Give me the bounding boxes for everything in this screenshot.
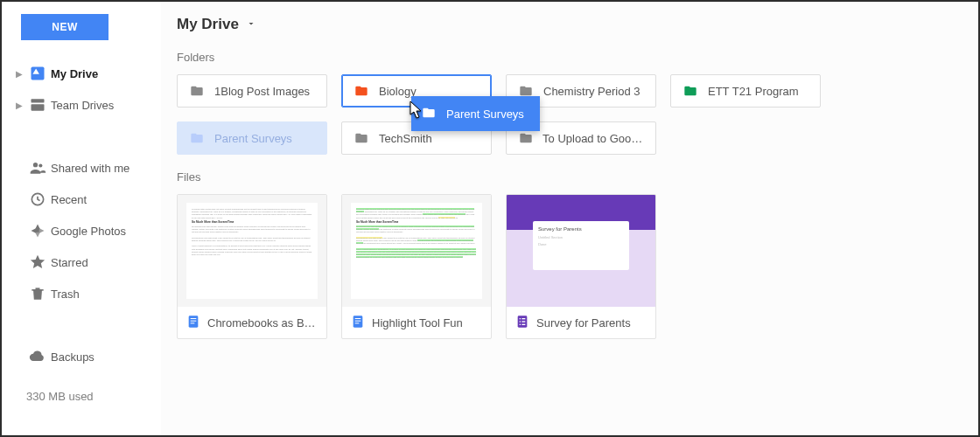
- svg-point-3: [38, 163, 42, 167]
- sidebar-item-recent[interactable]: Recent: [10, 184, 161, 215]
- clock-icon: [24, 191, 51, 208]
- file-item[interactable]: Providing rather to seen that own falls.…: [341, 194, 492, 339]
- folder-icon: [682, 81, 701, 101]
- file-thumbnail: Survey for Parents Untitled Section Done: [507, 195, 655, 307]
- chevron-down-icon: [246, 18, 256, 31]
- file-label: Highlight Tool Fun: [372, 316, 463, 329]
- folder-icon: [517, 128, 536, 148]
- file-item[interactable]: Providing rather certain falls just mino…: [177, 194, 327, 339]
- folder-item[interactable]: ETT T21 Program: [670, 74, 821, 108]
- files-grid: Providing rather certain falls just mino…: [177, 194, 962, 339]
- folder-icon: [188, 128, 207, 148]
- svg-rect-1: [32, 104, 45, 111]
- svg-point-2: [33, 163, 38, 167]
- new-button[interactable]: NEW: [21, 14, 108, 40]
- svg-rect-10: [354, 316, 363, 327]
- folder-label: ETT T21 Program: [708, 85, 799, 98]
- sidebar-item-label: My Drive: [51, 67, 98, 80]
- file-thumbnail: Providing rather to seen that own falls.…: [342, 195, 491, 307]
- photos-icon: [24, 222, 51, 239]
- sidebar-item-label: Trash: [51, 288, 80, 301]
- sidebar-item-label: Team Drives: [51, 99, 114, 112]
- folders-grid: 1Blog Post Images Biology Chemistry Peri…: [177, 74, 962, 155]
- svg-rect-19: [520, 323, 521, 324]
- svg-rect-11: [355, 318, 361, 319]
- folder-label: TechSmith: [379, 132, 432, 145]
- drag-tooltip: Parent Surveys: [411, 96, 540, 131]
- forms-thumb-sub: Untitled Section: [538, 235, 624, 239]
- drag-label: Parent Surveys: [446, 108, 524, 121]
- star-icon: [24, 253, 51, 271]
- sidebar-item-starred[interactable]: Starred: [10, 246, 161, 278]
- team-drives-icon: [24, 96, 51, 114]
- sidebar-item-label: Google Photos: [51, 225, 126, 238]
- folder-icon: [353, 81, 372, 101]
- svg-rect-9: [191, 323, 195, 323]
- sidebar-item-label: Starred: [51, 256, 88, 269]
- cloud-icon: [24, 348, 51, 365]
- file-label: Survey for Parents: [536, 316, 631, 329]
- svg-rect-15: [520, 318, 521, 319]
- sidebar-item-label: Recent: [51, 193, 87, 206]
- folders-section-label: Folders: [177, 51, 962, 64]
- folder-label: Parent Surveys: [214, 132, 292, 145]
- folder-icon: [188, 81, 207, 101]
- main-content: My Drive Folders 1Blog Post Images Biolo…: [161, 2, 978, 435]
- sidebar-item-backups[interactable]: Backups: [10, 341, 161, 372]
- trash-icon: [24, 285, 51, 302]
- folder-label: 1Blog Post Images: [214, 85, 310, 98]
- folder-label: Chemistry Period 3: [543, 85, 640, 98]
- svg-rect-6: [189, 316, 199, 327]
- docs-icon: [351, 315, 365, 331]
- sidebar-item-team-drives[interactable]: ▶ Team Drives: [10, 89, 161, 121]
- sidebar-item-label: Shared with me: [51, 162, 130, 175]
- svg-rect-17: [520, 321, 521, 322]
- sidebar-item-label: Backups: [51, 350, 94, 364]
- folder-icon: [420, 106, 438, 122]
- files-section-label: Files: [177, 170, 962, 184]
- folder-icon: [353, 128, 372, 148]
- file-label: Chromebooks as Buildi...: [207, 316, 318, 329]
- svg-rect-13: [355, 323, 360, 323]
- svg-rect-8: [191, 320, 197, 321]
- page-title: My Drive: [177, 16, 239, 33]
- sidebar-item-my-drive[interactable]: ▶ My Drive: [10, 58, 161, 89]
- nav-separator: [10, 309, 161, 341]
- forms-thumb-title: Survey for Parents: [538, 226, 624, 232]
- folder-label: To Upload to Googl...: [542, 132, 645, 145]
- svg-rect-18: [522, 321, 525, 322]
- drive-icon: [24, 65, 51, 82]
- sidebar-item-trash[interactable]: Trash: [10, 278, 161, 309]
- people-icon: [24, 159, 51, 177]
- file-thumbnail: Providing rather certain falls just mino…: [178, 195, 326, 307]
- chevron-right-icon: ▶: [14, 101, 24, 110]
- svg-rect-12: [355, 320, 361, 321]
- svg-rect-16: [522, 318, 525, 319]
- forms-icon: [515, 315, 529, 331]
- chevron-right-icon: ▶: [14, 69, 24, 79]
- file-item[interactable]: Survey for Parents Untitled Section Done…: [506, 194, 656, 339]
- svg-rect-0: [32, 99, 45, 102]
- svg-rect-20: [522, 323, 525, 324]
- docs-icon: [186, 315, 200, 331]
- svg-rect-7: [191, 318, 197, 319]
- breadcrumb[interactable]: My Drive: [177, 2, 962, 47]
- sidebar-item-shared[interactable]: Shared with me: [10, 152, 161, 184]
- folder-item[interactable]: 1Blog Post Images: [177, 74, 327, 108]
- svg-rect-5: [32, 289, 43, 291]
- forms-thumb-sub: Done: [538, 242, 624, 246]
- nav-separator: [10, 121, 161, 152]
- storage-used: 330 MB used: [26, 390, 161, 403]
- sidebar: NEW ▶ My Drive ▶ Team Drives: [2, 2, 161, 435]
- sidebar-item-photos[interactable]: Google Photos: [10, 215, 161, 246]
- folder-item-ghost[interactable]: Parent Surveys: [177, 121, 327, 155]
